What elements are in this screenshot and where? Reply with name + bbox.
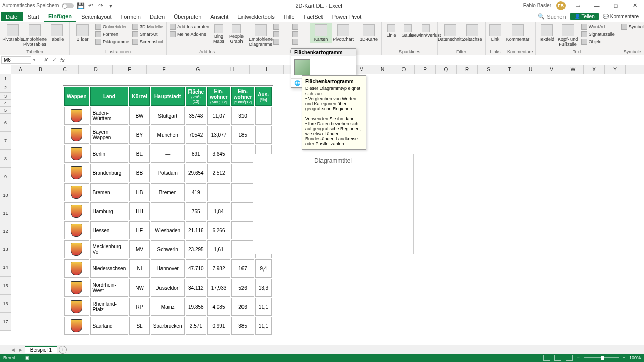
- cell-wappen[interactable]: [64, 259, 89, 278]
- row-header-8[interactable]: 8: [0, 150, 11, 168]
- cell-kurzel[interactable]: BB: [129, 164, 150, 182]
- row-header-1[interactable]: 1: [0, 74, 11, 83]
- chart-type-1[interactable]: [272, 23, 290, 30]
- name-box[interactable]: [1, 56, 31, 64]
- tabelle-button[interactable]: Tabelle: [46, 23, 67, 43]
- table-row[interactable]: Bremen HB Bremen 419: [64, 183, 272, 201]
- cell-auslander[interactable]: 13,3: [255, 279, 271, 297]
- kopfzeile-button[interactable]: Kopf- und Fußzeile: [557, 23, 579, 48]
- cell-land[interactable]: Rheinland-Pfalz: [90, 298, 129, 316]
- cell-land[interactable]: Brandenburg: [90, 164, 129, 182]
- cell-hauptstadt[interactable]: Saarbrücken: [151, 317, 185, 335]
- cell-einwohner-km[interactable]: 185: [231, 126, 255, 144]
- formen-button[interactable]: Formen: [94, 31, 130, 38]
- chart-preview[interactable]: Diagrammtitel: [253, 154, 414, 254]
- cell-einwohner[interactable]: 13,077: [207, 126, 230, 144]
- zoom-level[interactable]: 100%: [629, 355, 641, 360]
- cell-auslander[interactable]: 11,1: [255, 317, 271, 335]
- sparkline-linie[interactable]: Linie: [384, 23, 399, 39]
- table-row[interactable]: Rheinland-Pfalz RP Mainz 19.858 4,085 20…: [64, 298, 272, 316]
- tab-factset[interactable]: FactSet: [299, 12, 328, 21]
- col-header-N[interactable]: N: [372, 65, 393, 74]
- table-row[interactable]: Berlin BE — 891 3,645: [64, 145, 272, 163]
- col-header-T[interactable]: T: [499, 65, 520, 74]
- cell-hauptstadt[interactable]: Mainz: [151, 298, 185, 316]
- cell-flache[interactable]: 419: [186, 183, 207, 201]
- cell-einwohner-km[interactable]: 310: [231, 107, 255, 125]
- cell-flache[interactable]: 891: [186, 145, 207, 163]
- addins-button[interactable]: Add-Ins abrufen: [169, 23, 210, 30]
- maximize-icon[interactable]: □: [609, 1, 623, 11]
- cell-wappen[interactable]: [64, 107, 89, 125]
- col-header-Y[interactable]: Y: [605, 65, 626, 74]
- cell-auslander[interactable]: [255, 126, 271, 144]
- comments-button[interactable]: 💬Kommentare: [603, 14, 639, 19]
- col-header-U[interactable]: U: [520, 65, 541, 74]
- row-header-15[interactable]: 15: [0, 277, 11, 295]
- screenshot-button[interactable]: Screenshot: [131, 38, 164, 45]
- cell-flache[interactable]: 34.112: [186, 279, 207, 297]
- view-layout-icon[interactable]: [554, 355, 561, 361]
- cell-einwohner[interactable]: 3,645: [207, 145, 230, 163]
- cell-kurzel[interactable]: HE: [129, 221, 150, 239]
- textfeld-button[interactable]: Textfeld: [538, 23, 556, 43]
- cell-wappen[interactable]: [64, 317, 89, 335]
- pivotchart-button[interactable]: PivotChart: [333, 23, 354, 43]
- row-header-2[interactable]: 2: [0, 83, 11, 93]
- cell-flache[interactable]: 47.710: [186, 259, 207, 278]
- col-header-O[interactable]: O: [393, 65, 415, 74]
- cell-kurzel[interactable]: MV: [129, 240, 150, 258]
- row-header-13[interactable]: 13: [0, 240, 11, 258]
- col-header-Q[interactable]: Q: [436, 65, 457, 74]
- cell-hauptstadt[interactable]: Düsseldorf: [151, 279, 185, 297]
- cell-land[interactable]: Bremen: [90, 183, 129, 201]
- cell-wappen[interactable]: [64, 126, 89, 144]
- minimize-icon[interactable]: —: [590, 1, 604, 11]
- col-header-G[interactable]: G: [181, 65, 215, 74]
- tab-powerpivot[interactable]: Power Pivot: [328, 12, 366, 21]
- row-header-12[interactable]: 12: [0, 222, 11, 240]
- zoom-in-icon[interactable]: +: [623, 355, 625, 360]
- cell-einwohner[interactable]: 11,07: [207, 107, 230, 125]
- cell-einwohner[interactable]: 2,512: [207, 164, 230, 182]
- save-icon[interactable]: 💾: [77, 2, 84, 9]
- row-header-16[interactable]: 16: [0, 295, 11, 313]
- zoom-slider[interactable]: [584, 357, 619, 358]
- col-header-I[interactable]: I: [250, 65, 284, 74]
- col-header-S[interactable]: S: [478, 65, 499, 74]
- chart-type-6[interactable]: [291, 38, 309, 45]
- signatur-button[interactable]: Signaturzeile: [580, 31, 616, 38]
- people-graph-button[interactable]: People Graph: [227, 23, 246, 45]
- cell-land[interactable]: Hamburg: [90, 202, 129, 220]
- col-header-P[interactable]: P: [415, 65, 436, 74]
- row-header-17[interactable]: 17: [0, 313, 11, 331]
- sheet-nav-next-icon[interactable]: ►: [18, 347, 23, 353]
- tab-formeln[interactable]: Formeln: [116, 12, 145, 21]
- col-header-R[interactable]: R: [457, 65, 478, 74]
- table-row[interactable]: Hessen HE Wiesbaden 21.116 6,266: [64, 221, 272, 239]
- cell-auslander[interactable]: 11,1: [255, 298, 271, 316]
- cell-einwohner-km[interactable]: [231, 221, 255, 239]
- row-header-3[interactable]: 3: [0, 93, 11, 100]
- cell-einwohner[interactable]: 0,991: [207, 317, 230, 335]
- cell-wappen[interactable]: [64, 145, 89, 163]
- row-header-11[interactable]: 11: [0, 204, 11, 222]
- cell-hauptstadt[interactable]: Bremen: [151, 183, 185, 201]
- zoom-out-icon[interactable]: −: [577, 355, 579, 360]
- enter-formula-icon[interactable]: ✓: [50, 57, 58, 63]
- col-header-D[interactable]: D: [79, 65, 113, 74]
- cell-hauptstadt[interactable]: —: [151, 145, 185, 163]
- cell-flache[interactable]: 19.858: [186, 298, 207, 316]
- kommentar-button[interactable]: Kommentar: [507, 23, 528, 43]
- row-header-5[interactable]: 5: [0, 107, 11, 114]
- share-button[interactable]: 👤Teilen: [570, 13, 599, 20]
- cell-kurzel[interactable]: BY: [129, 126, 150, 144]
- cell-hauptstadt[interactable]: —: [151, 202, 185, 220]
- row-header-14[interactable]: 14: [0, 258, 11, 277]
- col-header-H[interactable]: H: [215, 65, 250, 74]
- cell-land[interactable]: Berlin: [90, 145, 129, 163]
- karten-button[interactable]: Karten: [310, 23, 332, 43]
- cell-hauptstadt[interactable]: Potsdam: [151, 164, 185, 182]
- col-header-A[interactable]: A: [11, 65, 30, 74]
- table-row[interactable]: Nordrhein-West NW Düsseldorf 34.112 17,9…: [64, 279, 272, 297]
